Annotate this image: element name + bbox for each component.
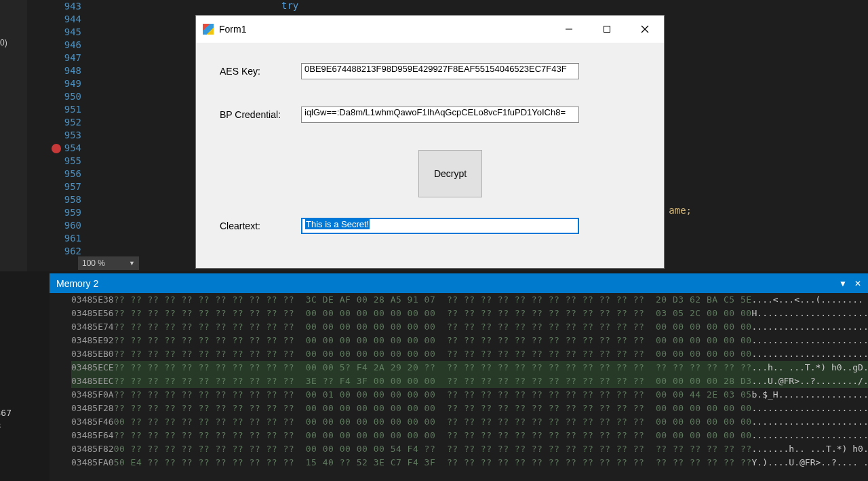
app-icon xyxy=(203,24,214,35)
aes-key-input[interactable]: 0BE9E674488213F98D959E429927F8EAF5515404… xyxy=(301,63,579,79)
breakpoint-marker[interactable] xyxy=(52,144,61,153)
line-number-gutter: 943 944 945 946 947 948 949 950 951 952 … xyxy=(41,0,95,258)
form1-dialog: Form1 AES Key: 0BE9E674488213F98D959E429… xyxy=(195,15,665,269)
cleartext-label: Cleartext: xyxy=(220,220,301,231)
watch-fragment: CD9 200367 0368 59 xyxy=(0,380,47,456)
svg-rect-1 xyxy=(604,26,610,33)
zoom-selector[interactable]: 100 % ▼ xyxy=(78,256,139,270)
memory-panel-title: Memory 2 xyxy=(56,278,837,289)
zoom-value: 100 % xyxy=(82,258,105,268)
memory-hex-view[interactable]: 03485E38?? ?? ?? ?? ?? ?? ?? ?? ?? ?? ??… xyxy=(50,293,868,469)
aes-key-label: AES Key: xyxy=(220,66,301,77)
bp-credential-input[interactable]: iqlGw==:Da8m/L1whmQawoF1IhAqGcpCELo8vcF1… xyxy=(301,107,579,123)
close-button[interactable] xyxy=(626,16,664,43)
memory-panel: Memory 2 ▼ ✕ 03485E38?? ?? ?? ?? ?? ?? ?… xyxy=(50,273,868,481)
edge-text: 0.0) xyxy=(0,38,7,47)
bp-credential-label: BP Credential: xyxy=(220,109,301,120)
dialog-titlebar[interactable]: Form1 xyxy=(196,16,664,43)
maximize-button[interactable] xyxy=(588,16,626,43)
dialog-title: Form1 xyxy=(219,24,550,35)
memory-panel-header[interactable]: Memory 2 ▼ ✕ xyxy=(50,273,868,293)
cleartext-input[interactable]: This is a Secret! xyxy=(301,218,579,234)
minimize-button[interactable] xyxy=(550,16,588,43)
code-fragment-right: ame; xyxy=(669,205,692,216)
decrypt-button[interactable]: Decrypt xyxy=(418,150,482,197)
chevron-down-icon: ▼ xyxy=(129,260,135,267)
close-icon[interactable]: ✕ xyxy=(852,277,864,290)
dropdown-icon[interactable]: ▼ xyxy=(837,277,849,290)
left-tool-window-edge: 0.0) xyxy=(0,0,27,271)
